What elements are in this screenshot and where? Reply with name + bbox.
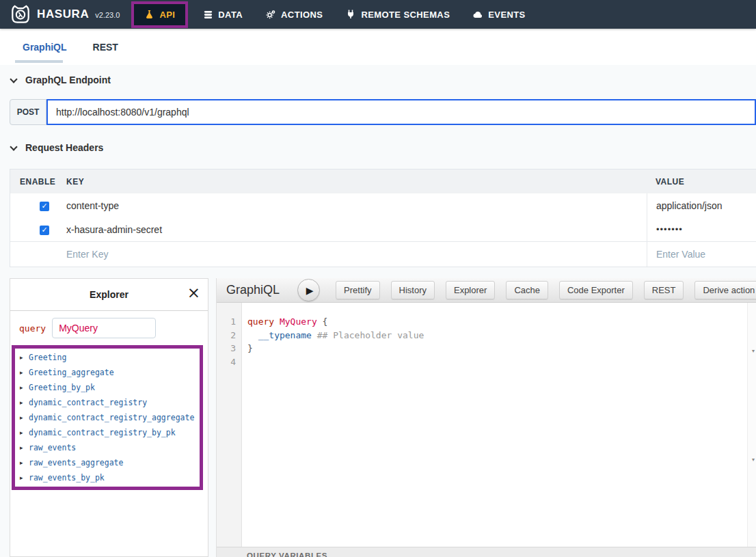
table-header-row: ENABLE KEY VALUE (10, 169, 756, 193)
triangle-right-icon: ▸ (20, 429, 29, 436)
new-header-value-input[interactable] (656, 249, 751, 260)
explorer-field-greeting[interactable]: ▸ Greeting (15, 350, 200, 365)
code-exporter-button[interactable]: Code Exporter (559, 281, 633, 299)
code-line-3: } (247, 342, 747, 355)
nav-item-events[interactable]: EVENTS (473, 10, 525, 20)
header-value-cell[interactable]: application/json (647, 193, 756, 217)
explorer-field-dynamic-contract-registry-by-pk[interactable]: ▸ dynamic_contract_registry_by_pk (15, 425, 200, 440)
hasura-logo-icon[interactable] (10, 4, 31, 25)
endpoint-row: POST (10, 99, 756, 125)
section-title: GraphQL Endpoint (25, 74, 111, 85)
chevron-down-icon[interactable] (10, 75, 17, 83)
cache-button[interactable]: Cache (506, 281, 548, 299)
triangle-right-icon: ▸ (20, 354, 29, 361)
table-row: ✓ x-hasura-admin-secret ••••••• (10, 217, 756, 241)
operation-name-row: query (10, 311, 208, 345)
plug-icon (346, 10, 355, 19)
triangle-right-icon: ▸ (20, 474, 29, 481)
operation-type-label: query (19, 323, 46, 334)
query-variables-label: QUERY VARIABLES (247, 552, 327, 557)
gears-icon (266, 10, 275, 19)
cloud-icon (473, 10, 483, 19)
annotation-highlight-box-fields: ▸ Greeting ▸ Greeting_aggregate ▸ Greeti… (12, 345, 203, 490)
nav-item-label: EVENTS (488, 10, 525, 20)
header-value-cell-masked[interactable]: ••••••• (647, 217, 756, 241)
explorer-field-raw-events-by-pk[interactable]: ▸ raw_events_by_pk (15, 470, 200, 485)
column-header-value: VALUE (647, 169, 756, 193)
tab-graphiql[interactable]: GraphiQL (23, 42, 67, 53)
http-method-badge: POST (10, 99, 46, 125)
explorer-field-greeting-aggregate[interactable]: ▸ Greeting_aggregate (15, 365, 200, 380)
query-variables-bar[interactable]: QUERY VARIABLES (217, 547, 756, 557)
rest-button[interactable]: REST (644, 281, 684, 299)
triangle-right-icon: ▸ (20, 444, 29, 451)
tab-rest[interactable]: REST (93, 42, 118, 53)
triangle-right-icon: ▸ (20, 384, 29, 391)
execute-query-button[interactable]: ▶ (297, 279, 320, 301)
triangle-right-icon: ▸ (20, 399, 29, 406)
version-label: v2.23.0 (95, 11, 120, 19)
column-header-key: KEY (66, 177, 647, 187)
flask-icon (144, 10, 154, 19)
derive-action-button[interactable]: Derive action (694, 281, 756, 299)
explorer-field-raw-events[interactable]: ▸ raw_events (15, 440, 200, 455)
triangle-down-icon: ▾ (752, 348, 755, 354)
response-pane-edge[interactable]: ▾ ▾ (747, 303, 756, 547)
explorer-field-greeting-by-pk[interactable]: ▸ Greeting_by_pk (15, 380, 200, 395)
header-enabled-checkbox[interactable]: ✓ (40, 226, 49, 235)
header-enabled-checkbox[interactable]: ✓ (40, 202, 49, 211)
operation-name-input[interactable] (52, 318, 156, 338)
request-headers-section-header: Request Headers (11, 141, 756, 154)
code-line-2: __typename ## Placeholder value (247, 329, 747, 342)
nav-item-api[interactable]: API (134, 4, 185, 25)
graphiql-toolbar: GraphiQL ▶ Prettify History Explorer Cac… (217, 278, 756, 303)
table-row: ✓ content-type application/json (10, 193, 756, 217)
explorer-toggle-button[interactable]: Explorer (446, 281, 495, 299)
request-headers-table: ENABLE KEY VALUE ✓ content-type applicat… (10, 169, 756, 267)
nav-item-data[interactable]: DATA (203, 10, 243, 20)
nav-item-label: API (159, 10, 175, 20)
section-title: Request Headers (25, 142, 103, 153)
explorer-field-dynamic-contract-registry-aggregate[interactable]: ▸ dynamic_contract_registry_aggregate (15, 410, 200, 425)
history-button[interactable]: History (391, 281, 435, 299)
graphiql-logo-title: GraphiQL (226, 283, 280, 297)
code-area[interactable]: query MyQuery { __typename ## Placeholde… (242, 303, 747, 547)
code-line-1: query MyQuery { (247, 315, 747, 329)
header-key-cell[interactable]: x-hasura-admin-secret (66, 224, 647, 235)
triangle-right-icon: ▸ (20, 459, 29, 466)
active-tab-underline (15, 60, 63, 63)
line-number-gutter: 1 2 3 4 (217, 303, 242, 547)
annotation-highlight-box-api: API (131, 1, 188, 28)
nav-item-label: ACTIONS (281, 10, 323, 20)
graphql-endpoint-input[interactable] (46, 99, 756, 125)
nav-item-actions[interactable]: ACTIONS (266, 10, 323, 20)
new-header-key-input[interactable] (66, 249, 618, 260)
table-new-header-row (10, 241, 756, 267)
graphiql-pane: GraphiQL ▶ Prettify History Explorer Cac… (216, 278, 756, 557)
triangle-right-icon: ▸ (20, 369, 29, 376)
header-key-cell[interactable]: content-type (66, 200, 647, 211)
play-icon: ▶ (306, 285, 314, 296)
close-icon[interactable]: × (187, 285, 200, 301)
column-header-enable: ENABLE (10, 177, 66, 187)
nav-items: API DATA (131, 1, 548, 28)
query-editor[interactable]: 1 2 3 4 query MyQuery { __typename ## Pl… (217, 303, 747, 547)
explorer-titlebar: Explorer × (10, 279, 208, 311)
graphiql-explorer-panel: Explorer × query ▸ Greeting ▸ Greeting_a… (10, 278, 208, 557)
top-navbar: HASURA v2.23.0 API DATA (0, 0, 756, 29)
graphql-endpoint-section-header: GraphQL Endpoint (11, 74, 756, 86)
explorer-field-raw-events-aggregate[interactable]: ▸ raw_events_aggregate (15, 455, 200, 470)
explorer-field-dynamic-contract-registry[interactable]: ▸ dynamic_contract_registry (15, 395, 200, 410)
triangle-right-icon: ▸ (20, 414, 29, 421)
nav-item-remote-schemas[interactable]: REMOTE SCHEMAS (346, 10, 450, 20)
api-subtabs: GraphiQL REST (0, 29, 756, 65)
explorer-title: Explorer (90, 289, 129, 300)
triangle-down-icon: ▾ (752, 457, 755, 463)
chevron-down-icon[interactable] (10, 143, 17, 150)
nav-item-label: REMOTE SCHEMAS (361, 10, 450, 20)
nav-item-label: DATA (218, 10, 243, 20)
brand-title: HASURA (37, 8, 89, 21)
prettify-button[interactable]: Prettify (336, 281, 379, 299)
database-icon (203, 10, 213, 19)
